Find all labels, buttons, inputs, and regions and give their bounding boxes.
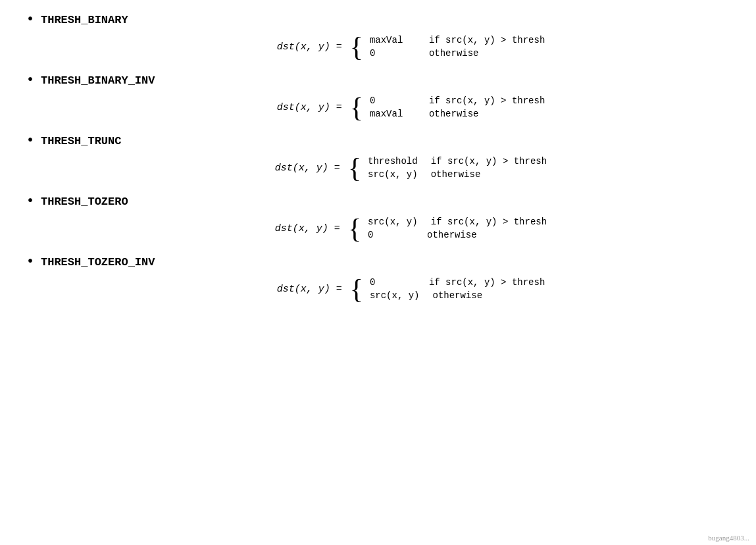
formula-thresh-binary: dst(x, y) ={maxValif src(x, y) > thresh0… xyxy=(277,33,545,61)
case-row-thresh-tozero-inv-0: 0if src(x, y) > thresh xyxy=(370,277,545,288)
cases-content-thresh-tozero-inv: 0if src(x, y) > threshsrc(x, y)otherwise xyxy=(370,277,545,301)
cases-content-thresh-binary-inv: 0if src(x, y) > threshmaxValotherwise xyxy=(370,95,545,119)
case-value-thresh-trunc-1: src(x, y) xyxy=(368,169,418,180)
bullet-point: • xyxy=(26,195,34,208)
case-value-thresh-tozero-0: src(x, y) xyxy=(368,217,418,227)
formula-thresh-tozero: dst(x, y) ={src(x, y)if src(x, y) > thre… xyxy=(275,215,547,242)
brace-cases-thresh-tozero: {src(x, y)if src(x, y) > thresh0otherwis… xyxy=(348,215,547,242)
formula-thresh-trunc: dst(x, y) ={thresholdif src(x, y) > thre… xyxy=(275,154,547,182)
title-text-thresh-binary-inv: THRESH_BINARY_INV xyxy=(41,74,155,87)
section-title-thresh-tozero: •THRESH_TOZERO xyxy=(26,195,730,208)
main-content: •THRESH_BINARYdst(x, y) ={maxValif src(x… xyxy=(26,13,730,303)
formula-container-thresh-tozero-inv: dst(x, y) ={0if src(x, y) > threshsrc(x,… xyxy=(26,275,730,303)
case-row-thresh-binary-0: maxValif src(x, y) > thresh xyxy=(370,35,545,45)
title-text-thresh-trunc: THRESH_TRUNC xyxy=(41,135,121,147)
case-condition-thresh-tozero-inv-1: otherwise xyxy=(433,290,483,301)
case-row-thresh-trunc-1: src(x, y)otherwise xyxy=(368,169,547,180)
case-value-thresh-binary-inv-1: maxVal xyxy=(370,109,416,119)
formula-thresh-binary-inv: dst(x, y) ={0if src(x, y) > threshmaxVal… xyxy=(277,93,545,121)
section-thresh-tozero: •THRESH_TOZEROdst(x, y) ={src(x, y)if sr… xyxy=(26,195,730,242)
formula-lhs-thresh-tozero-inv: dst(x, y) = xyxy=(277,284,342,295)
cases-content-thresh-binary: maxValif src(x, y) > thresh0otherwise xyxy=(370,35,545,59)
formula-lhs-thresh-binary-inv: dst(x, y) = xyxy=(277,102,342,113)
brace-cases-thresh-trunc: {thresholdif src(x, y) > threshsrc(x, y)… xyxy=(348,154,547,182)
case-value-thresh-binary-0: maxVal xyxy=(370,35,416,45)
cases-content-thresh-trunc: thresholdif src(x, y) > threshsrc(x, y)o… xyxy=(368,156,547,180)
title-text-thresh-binary: THRESH_BINARY xyxy=(41,14,128,26)
brace-cases-thresh-binary-inv: {0if src(x, y) > threshmaxValotherwise xyxy=(350,93,545,121)
case-row-thresh-tozero-inv-1: src(x, y)otherwise xyxy=(370,290,545,301)
formula-lhs-thresh-trunc: dst(x, y) = xyxy=(275,163,340,174)
formula-container-thresh-tozero: dst(x, y) ={src(x, y)if src(x, y) > thre… xyxy=(26,215,730,242)
big-brace-thresh-binary: { xyxy=(350,33,363,61)
bullet-point: • xyxy=(26,74,34,87)
case-condition-thresh-tozero-0: if src(x, y) > thresh xyxy=(431,217,547,227)
section-title-thresh-tozero-inv: •THRESH_TOZERO_INV xyxy=(26,255,730,269)
formula-lhs-thresh-tozero: dst(x, y) = xyxy=(275,223,340,234)
big-brace-thresh-binary-inv: { xyxy=(350,93,363,121)
case-value-thresh-binary-inv-0: 0 xyxy=(370,95,416,106)
big-brace-thresh-tozero-inv: { xyxy=(350,275,363,303)
case-value-thresh-tozero-inv-0: 0 xyxy=(370,277,416,288)
watermark-text: bugang4803... xyxy=(708,534,749,542)
brace-cases-thresh-binary: {maxValif src(x, y) > thresh0otherwise xyxy=(350,33,545,61)
case-row-thresh-trunc-0: thresholdif src(x, y) > thresh xyxy=(368,156,547,167)
brace-cases-thresh-tozero-inv: {0if src(x, y) > threshsrc(x, y)otherwis… xyxy=(350,275,545,303)
case-condition-thresh-tozero-1: otherwise xyxy=(427,230,477,240)
case-condition-thresh-trunc-1: otherwise xyxy=(431,169,481,180)
case-condition-thresh-binary-0: if src(x, y) > thresh xyxy=(429,35,545,45)
bullet-point: • xyxy=(26,255,34,269)
case-row-thresh-tozero-1: 0otherwise xyxy=(368,230,547,240)
section-thresh-binary: •THRESH_BINARYdst(x, y) ={maxValif src(x… xyxy=(26,13,730,61)
formula-lhs-thresh-binary: dst(x, y) = xyxy=(277,41,342,53)
bullet-point: • xyxy=(26,134,34,147)
formula-container-thresh-binary-inv: dst(x, y) ={0if src(x, y) > threshmaxVal… xyxy=(26,93,730,121)
section-title-thresh-binary: •THRESH_BINARY xyxy=(26,13,730,26)
title-text-thresh-tozero: THRESH_TOZERO xyxy=(41,195,128,208)
bullet-point: • xyxy=(26,13,34,26)
case-condition-thresh-binary-inv-1: otherwise xyxy=(429,109,479,119)
section-thresh-trunc: •THRESH_TRUNCdst(x, y) ={thresholdif src… xyxy=(26,134,730,182)
section-thresh-tozero-inv: •THRESH_TOZERO_INVdst(x, y) ={0if src(x,… xyxy=(26,255,730,303)
case-value-thresh-tozero-1: 0 xyxy=(368,230,414,240)
case-value-thresh-tozero-inv-1: src(x, y) xyxy=(370,290,420,301)
case-row-thresh-binary-1: 0otherwise xyxy=(370,48,545,59)
section-title-thresh-trunc: •THRESH_TRUNC xyxy=(26,134,730,147)
section-title-thresh-binary-inv: •THRESH_BINARY_INV xyxy=(26,74,730,87)
cases-content-thresh-tozero: src(x, y)if src(x, y) > thresh0otherwise xyxy=(368,217,547,240)
case-row-thresh-binary-inv-0: 0if src(x, y) > thresh xyxy=(370,95,545,106)
case-row-thresh-tozero-0: src(x, y)if src(x, y) > thresh xyxy=(368,217,547,227)
case-condition-thresh-trunc-0: if src(x, y) > thresh xyxy=(431,156,547,167)
formula-container-thresh-trunc: dst(x, y) ={thresholdif src(x, y) > thre… xyxy=(26,154,730,182)
case-value-thresh-trunc-0: threshold xyxy=(368,156,418,167)
case-value-thresh-binary-1: 0 xyxy=(370,48,416,59)
case-condition-thresh-tozero-inv-0: if src(x, y) > thresh xyxy=(429,277,545,288)
case-row-thresh-binary-inv-1: maxValotherwise xyxy=(370,109,545,119)
case-condition-thresh-binary-1: otherwise xyxy=(429,48,479,59)
formula-container-thresh-binary: dst(x, y) ={maxValif src(x, y) > thresh0… xyxy=(26,33,730,61)
formula-thresh-tozero-inv: dst(x, y) ={0if src(x, y) > threshsrc(x,… xyxy=(277,275,545,303)
section-thresh-binary-inv: •THRESH_BINARY_INVdst(x, y) ={0if src(x,… xyxy=(26,74,730,121)
big-brace-thresh-trunc: { xyxy=(348,154,361,182)
title-text-thresh-tozero-inv: THRESH_TOZERO_INV xyxy=(41,256,155,269)
big-brace-thresh-tozero: { xyxy=(348,215,361,242)
case-condition-thresh-binary-inv-0: if src(x, y) > thresh xyxy=(429,95,545,106)
